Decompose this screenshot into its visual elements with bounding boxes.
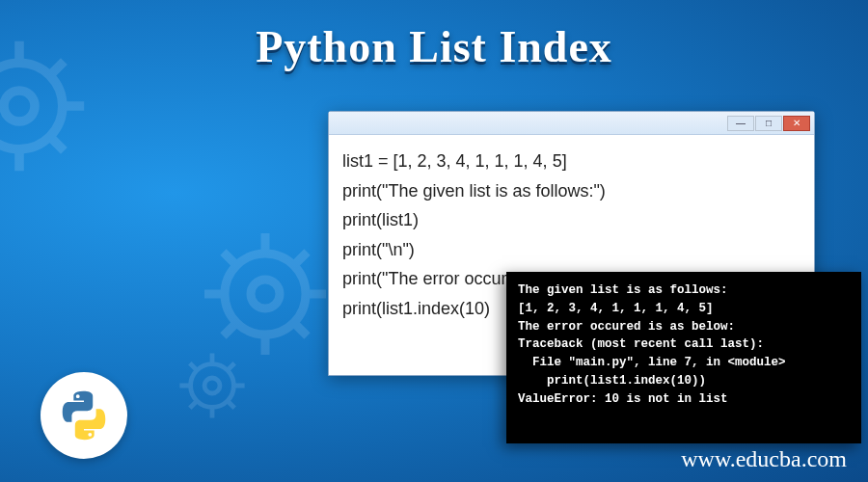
terminal-line: Traceback (most recent call last): (518, 335, 850, 354)
terminal-line: The error occured is as below: (518, 318, 850, 336)
python-logo-icon (41, 372, 127, 459)
page-title: Python List Index (0, 21, 868, 72)
close-button[interactable]: ✕ (783, 116, 810, 131)
terminal-line: ValueError: 10 is not in list (518, 390, 850, 409)
window-titlebar: — □ ✕ (329, 112, 814, 135)
code-line: print("\n") (342, 235, 800, 265)
terminal-output: The given list is as follows: [1, 2, 3, … (506, 272, 861, 443)
terminal-line: [1, 2, 3, 4, 1, 1, 1, 4, 5] (518, 300, 850, 318)
svg-point-3 (251, 280, 280, 308)
terminal-line: The given list is as follows: (518, 281, 850, 300)
svg-point-1 (4, 91, 35, 121)
terminal-line: print(list1.index(10)) (518, 372, 850, 390)
maximize-button[interactable]: □ (755, 116, 782, 131)
terminal-line: File "main.py", line 7, in <module> (518, 354, 850, 372)
gear-icon (174, 347, 251, 424)
code-line: list1 = [1, 2, 3, 4, 1, 1, 1, 4, 5] (342, 147, 800, 176)
site-url: www.educba.com (681, 446, 847, 472)
gear-icon (193, 222, 338, 366)
code-line: print(list1) (342, 205, 800, 235)
code-line: print("The given list is as follows:") (342, 176, 800, 206)
svg-point-5 (204, 378, 220, 393)
minimize-button[interactable]: — (727, 116, 754, 131)
